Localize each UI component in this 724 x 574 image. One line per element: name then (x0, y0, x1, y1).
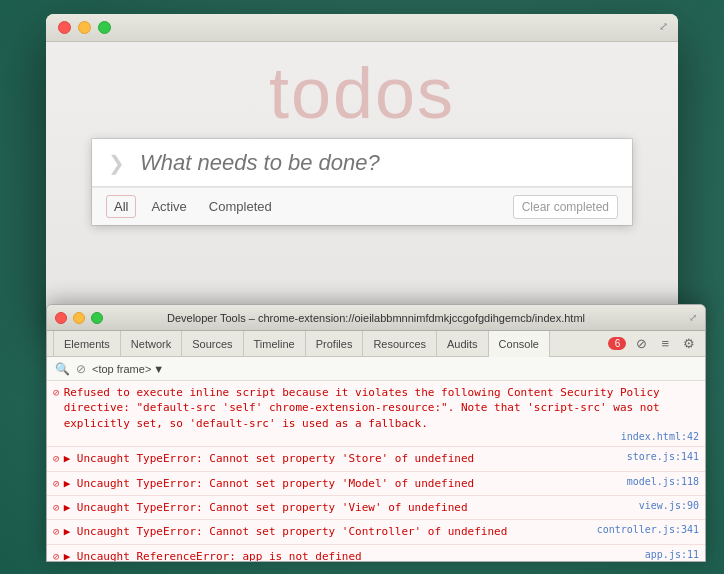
devtools-maximize-button[interactable] (91, 312, 103, 324)
tab-profiles[interactable]: Profiles (306, 331, 364, 357)
filter-icon[interactable]: ≡ (657, 334, 673, 353)
error-count-badge: 6 (608, 337, 626, 350)
app-title: todos (269, 52, 455, 134)
minimize-button[interactable] (78, 21, 91, 34)
console-error-store: ⊘ ▶ Uncaught TypeError: Cannot set prope… (47, 447, 705, 471)
tab-console[interactable]: Console (489, 331, 550, 357)
view-error-text: ▶ Uncaught TypeError: Cannot set propert… (64, 500, 629, 515)
app-content: todos ❯ All Active Completed Clear compl… (46, 42, 678, 314)
input-row: ❯ (92, 139, 632, 187)
expand-icon[interactable]: ⤢ (659, 20, 668, 33)
clear-console-icon[interactable]: ⊘ (632, 334, 651, 353)
devtools-tabs: Elements Network Sources Timeline Profil… (47, 331, 705, 357)
devtools-minimize-button[interactable] (73, 312, 85, 324)
error-icon-model: ⊘ (53, 477, 60, 490)
controller-error-text: ▶ Uncaught TypeError: Cannot set propert… (64, 524, 587, 539)
tab-timeline[interactable]: Timeline (244, 331, 306, 357)
console-error-view: ⊘ ▶ Uncaught TypeError: Cannot set prope… (47, 496, 705, 520)
tab-elements[interactable]: Elements (53, 331, 121, 357)
console-error-app: ⊘ ▶ Uncaught ReferenceError: app is not … (47, 545, 705, 562)
app-error-link[interactable]: app.js:11 (635, 549, 699, 560)
error-icon-app: ⊘ (53, 550, 60, 562)
app-error-text: ▶ Uncaught ReferenceError: app is not de… (64, 549, 635, 562)
search-icon[interactable]: 🔍 (55, 362, 70, 376)
devtools-expand-icon[interactable]: ⤢ (689, 312, 697, 323)
error-icon-store: ⊘ (53, 452, 60, 465)
tab-network[interactable]: Network (121, 331, 182, 357)
csp-error-text: Refused to execute inline script because… (64, 385, 699, 431)
devtools-toolbar: 🔍 ⊘ <top frame> ▼ (47, 357, 705, 381)
toggle-all-button[interactable]: ❯ (92, 139, 140, 187)
title-bar: ⤢ (46, 14, 678, 42)
filter-bar: All Active Completed Clear completed (92, 187, 632, 225)
devtools-window: Developer Tools – chrome-extension://oie… (46, 304, 706, 562)
tab-sources[interactable]: Sources (182, 331, 243, 357)
todo-section: ❯ All Active Completed Clear completed (92, 139, 632, 225)
console-error-model: ⊘ ▶ Uncaught TypeError: Cannot set prope… (47, 472, 705, 496)
devtools-tab-actions: 6 ⊘ ≡ ⚙ (608, 334, 699, 353)
app-window: ⤢ todos ❯ All Active Completed Clear com… (46, 14, 678, 314)
traffic-lights (58, 21, 111, 34)
filter-completed[interactable]: Completed (202, 196, 279, 217)
view-error-link[interactable]: view.js:90 (629, 500, 699, 511)
store-error-link[interactable]: store.js:141 (617, 451, 699, 462)
devtools-titlebar: Developer Tools – chrome-extension://oie… (47, 305, 705, 331)
filter-links: All Active Completed (106, 195, 279, 218)
settings-icon[interactable]: ⚙ (679, 334, 699, 353)
model-error-text: ▶ Uncaught TypeError: Cannot set propert… (64, 476, 617, 491)
controller-error-link[interactable]: controller.js:341 (587, 524, 699, 535)
todo-input[interactable] (140, 139, 632, 187)
filter-logs-icon[interactable]: ⊘ (76, 362, 86, 376)
console-error-controller: ⊘ ▶ Uncaught TypeError: Cannot set prope… (47, 520, 705, 544)
filter-all[interactable]: All (106, 195, 136, 218)
devtools-traffic-lights (55, 312, 103, 324)
devtools-title: Developer Tools – chrome-extension://oie… (167, 312, 585, 324)
error-icon-csp: ⊘ (53, 386, 60, 399)
tab-audits[interactable]: Audits (437, 331, 489, 357)
frame-label: <top frame> (92, 363, 151, 375)
frame-dropdown-icon[interactable]: ▼ (153, 363, 164, 375)
close-button[interactable] (58, 21, 71, 34)
filter-active[interactable]: Active (144, 196, 193, 217)
frame-selector[interactable]: <top frame> ▼ (92, 363, 164, 375)
model-error-link[interactable]: model.js:118 (617, 476, 699, 487)
maximize-button[interactable] (98, 21, 111, 34)
console-error-csp: ⊘ Refused to execute inline script becau… (47, 381, 705, 447)
store-error-text: ▶ Uncaught TypeError: Cannot set propert… (64, 451, 617, 466)
csp-error-row: Refused to execute inline script because… (64, 385, 699, 431)
error-icon-controller: ⊘ (53, 525, 60, 538)
error-icon-view: ⊘ (53, 501, 60, 514)
clear-completed-button[interactable]: Clear completed (513, 195, 618, 219)
devtools-close-button[interactable] (55, 312, 67, 324)
console-body: ⊘ Refused to execute inline script becau… (47, 381, 705, 562)
tab-resources[interactable]: Resources (363, 331, 437, 357)
csp-error-link[interactable]: index.html:42 (611, 431, 699, 442)
